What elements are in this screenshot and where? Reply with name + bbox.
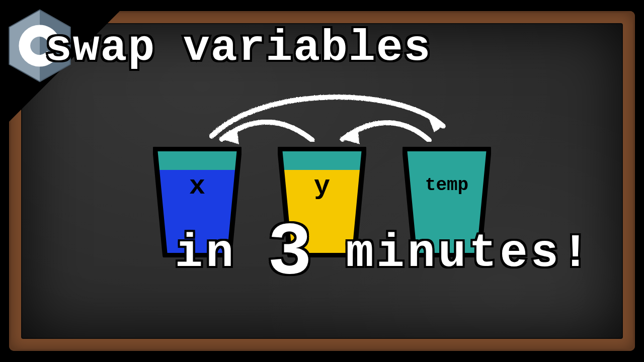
subtitle-text: in 3 minutes! — [0, 174, 644, 333]
subtitle-suffix: minutes! — [315, 227, 592, 280]
subtitle-number: 3 — [267, 227, 315, 280]
title-text: swap variables — [45, 23, 644, 73]
subtitle-prefix: in — [175, 227, 268, 280]
thumbnail-stage: swap variables x — [0, 0, 644, 362]
